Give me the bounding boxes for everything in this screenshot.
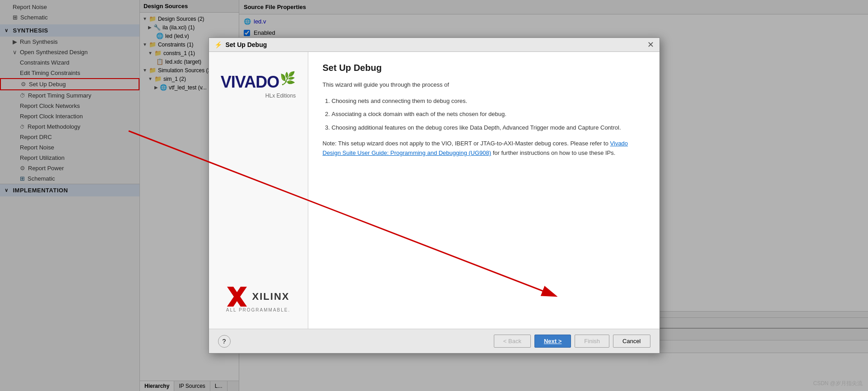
modal-titlebar: ⚡ Set Up Debug ✕ [209, 38, 659, 52]
modal-note-suffix: for further instructions on how to use t… [491, 149, 615, 156]
modal-body: VIVADO 🌿 HLx Editions [209, 52, 659, 329]
next-button[interactable]: Next > [534, 335, 571, 348]
vivado-subtitle: HLx Editions [265, 93, 296, 99]
xilinx-logo: XILINX ALL PROGRAMMABLE. [226, 287, 291, 312]
vivado-logo-wrap: VIVADO 🌿 [221, 73, 296, 92]
xilinx-x-svg [227, 287, 247, 307]
modal-left-panel: VIVADO 🌿 HLx Editions [209, 52, 308, 329]
modal-title-icon: ⚡ [214, 41, 222, 48]
finish-button[interactable]: Finish [575, 335, 609, 348]
modal-title-left: ⚡ Set Up Debug [214, 41, 267, 48]
modal-overlay: ⚡ Set Up Debug ✕ VIVADO 🌿 HLx Editions [0, 0, 868, 391]
modal-title-text: Set Up Debug [226, 41, 267, 48]
watermark: CSDN @岁月指尖流 [813, 380, 863, 387]
modal-step-3: Choosing additional features on the debu… [332, 123, 645, 132]
modal-close-button[interactable]: ✕ [647, 41, 654, 49]
svg-marker-0 [227, 287, 247, 307]
modal-steps-list: Choosing nets and connecting them to deb… [332, 97, 645, 132]
modal-footer: ? < Back Next > Finish Cancel [209, 329, 659, 353]
modal-intro-text: This wizard will guide you through the p… [323, 80, 645, 89]
vivado-text: VIVADO [221, 73, 279, 92]
help-button[interactable]: ? [218, 335, 231, 348]
modal-note: Note: This setup wizard does not apply t… [323, 139, 645, 158]
modal-right-panel: Set Up Debug This wizard will guide you … [308, 52, 659, 329]
set-up-debug-modal: ⚡ Set Up Debug ✕ VIVADO 🌿 HLx Editions [209, 37, 660, 354]
back-button[interactable]: < Back [494, 335, 531, 348]
modal-note-prefix: Note: This setup wizard does not apply t… [323, 140, 610, 147]
xilinx-text-wrap: XILINX [227, 287, 290, 307]
modal-step-2: Associating a clock domain with each of … [332, 110, 645, 119]
vivado-logo: VIVADO 🌿 HLx Editions [221, 73, 296, 99]
modal-step-1: Choosing nets and connecting them to deb… [332, 97, 645, 106]
xilinx-sub-text: ALL PROGRAMMABLE. [226, 307, 291, 312]
xilinx-name-text: XILINX [252, 291, 290, 303]
modal-right-title: Set Up Debug [323, 63, 645, 73]
cancel-button[interactable]: Cancel [613, 335, 650, 348]
app-container: Report Noise ⊞ Schematic ∨ SYNTHESIS ▶ R… [0, 0, 868, 391]
modal-footer-left: ? [218, 335, 231, 348]
xilinx-x-icon [227, 287, 247, 307]
vivado-leaf-icon: 🌿 [280, 71, 296, 86]
